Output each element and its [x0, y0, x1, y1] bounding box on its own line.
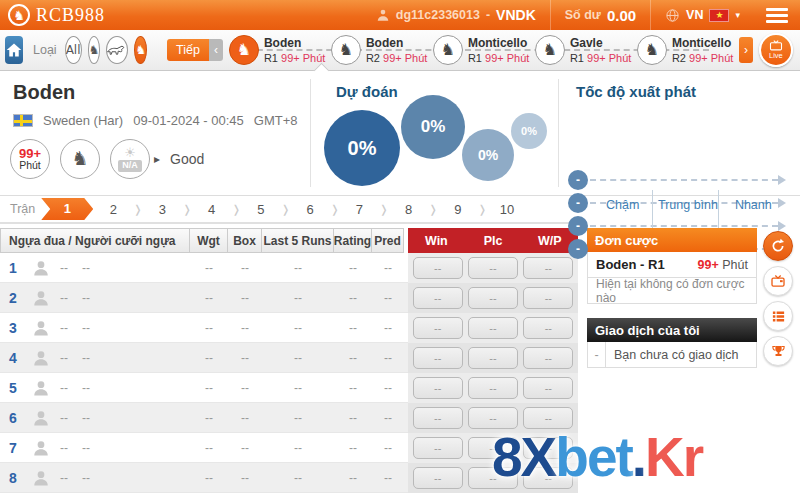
sweden-flag-icon — [13, 114, 33, 127]
win-odds-button[interactable]: -- — [413, 437, 463, 459]
plc-odds-button[interactable]: -- — [468, 347, 518, 369]
tab-race-7[interactable]: 7 — [339, 202, 379, 217]
win-odds-button[interactable]: -- — [413, 257, 463, 279]
win-odds-button[interactable]: -- — [413, 467, 463, 489]
race-countdown: 99+ Phút — [383, 52, 427, 64]
language-selector[interactable]: VN ★ ▾ — [650, 0, 754, 30]
race-nav-item[interactable]: ♞ Monticello R1 99+ Phút — [433, 35, 535, 66]
tab-race-10[interactable]: 10 — [487, 202, 527, 217]
transactions-empty-row: - Bạn chưa có giao dịch — [587, 342, 757, 368]
account-info[interactable]: dg11c2336013 - VNDK — [362, 0, 550, 30]
greyhound-icon — [107, 44, 127, 57]
sun-icon: ☀ — [124, 146, 136, 159]
table-header: Ngựa đua / Người cưỡi ngựa Wgt Box Last … — [0, 228, 578, 253]
tab-race-3[interactable]: 3 — [142, 202, 182, 217]
win-odds-button[interactable]: -- — [413, 317, 463, 339]
vietnam-flag-icon: ★ — [709, 9, 729, 22]
horse-name: -- — [60, 351, 68, 365]
race-nav-item[interactable]: ♞ Boden R2 99+ Phút — [331, 35, 433, 66]
race-number: R1 — [468, 52, 482, 64]
table-row: 5 -- -- -- -- -- -- -- -- -- -- — [0, 373, 578, 403]
rating-value: -- — [334, 471, 372, 485]
home-button[interactable] — [5, 36, 23, 64]
col-header-rating: Rating — [334, 228, 372, 253]
runner-number: 8 — [0, 470, 26, 486]
tab-race-1[interactable]: 1 — [41, 198, 93, 220]
weight-value: -- — [190, 411, 228, 425]
weather-badge: ☀ N/A — [110, 139, 150, 179]
scroll-left-button[interactable]: ‹ — [209, 39, 223, 61]
filter-all-button[interactable]: All — [65, 36, 82, 64]
results-list-button[interactable] — [763, 301, 793, 331]
runner-number: 5 — [0, 380, 26, 396]
jockey-avatar — [26, 319, 56, 337]
tab-race-4[interactable]: 4 — [192, 202, 232, 217]
balance-section: Số dư 0.00 — [550, 0, 650, 30]
horse-emblem-icon: ♞ — [8, 4, 30, 26]
win-odds-button[interactable]: -- — [413, 377, 463, 399]
wp-odds-button[interactable]: -- — [523, 287, 573, 309]
rating-value: -- — [334, 321, 372, 335]
tab-race-2[interactable]: 2 — [93, 202, 133, 217]
plc-odds-button[interactable]: -- — [468, 317, 518, 339]
jockey-name: -- — [82, 261, 90, 275]
wp-odds-button[interactable]: -- — [523, 347, 573, 369]
harness-racing-icon: ♞ — [535, 35, 565, 65]
filter-harness-button[interactable]: ♞ — [134, 36, 147, 64]
race-nav-item[interactable]: ♞ Monticello R2 99+ Phút — [637, 35, 739, 66]
scroll-right-button[interactable]: › — [739, 37, 753, 63]
leaderboard-button[interactable] — [763, 336, 793, 366]
person-icon — [32, 349, 50, 367]
jockey-avatar — [26, 469, 56, 487]
race-country: Sweden (Har) — [43, 113, 123, 128]
jockey-avatar — [26, 349, 56, 367]
wp-odds-button[interactable]: -- — [523, 377, 573, 399]
col-header-horse-jockey: Ngựa đua / Người cưỡi ngựa — [0, 228, 190, 253]
wp-odds-button[interactable]: -- — [523, 257, 573, 279]
win-odds-button[interactable]: -- — [413, 347, 463, 369]
harness-type-badge: ♞ — [60, 139, 100, 179]
top-bar: ♞ RCB988 dg11c2336013 - VNDK Số dư 0.00 … — [0, 0, 800, 30]
live-button[interactable]: Live — [759, 33, 793, 67]
filter-greyhound-button[interactable] — [106, 36, 128, 64]
track-condition: Good — [170, 151, 204, 167]
pred-value: -- — [372, 291, 404, 305]
race-countdown: 99+ Phút — [281, 52, 325, 64]
tab-race-5[interactable]: 5 — [241, 202, 281, 217]
bet-cells: -- -- -- — [408, 283, 578, 313]
tabs-label: Trận — [10, 202, 35, 216]
harness-racing-icon: ♞ — [135, 43, 146, 57]
col-header-last5: Last 5 Runs — [262, 228, 334, 253]
race-header-section: Boden Sweden (Har) 09-01-2024 - 00:45 GM… — [0, 71, 800, 196]
runner-number: 4 — [0, 350, 26, 366]
person-icon — [32, 379, 50, 397]
tab-race-6[interactable]: 6 — [290, 202, 330, 217]
wp-odds-button[interactable]: -- — [523, 317, 573, 339]
horse-name: -- — [60, 321, 68, 335]
race-nav-item[interactable]: ♞ Gavle R1 99+ Phút — [535, 35, 637, 66]
horse-name: -- — [60, 261, 68, 275]
race-nav-item[interactable]: ♞ Boden R1 99+ Phút — [229, 35, 331, 66]
race-name: Gavle — [570, 36, 603, 50]
prediction-bubble: 0% — [511, 113, 547, 149]
menu-icon[interactable] — [766, 8, 788, 23]
live-stream-button[interactable] — [763, 266, 793, 296]
race-number: R1 — [570, 52, 584, 64]
table-row: 1 -- -- -- -- -- -- -- -- -- -- — [0, 253, 578, 283]
plc-odds-button[interactable]: -- — [468, 257, 518, 279]
pred-value: -- — [372, 471, 404, 485]
tab-race-8[interactable]: 8 — [389, 202, 429, 217]
win-odds-button[interactable]: -- — [413, 287, 463, 309]
tab-race-9[interactable]: 9 — [438, 202, 478, 217]
speed-label-slow: Chậm — [590, 198, 655, 222]
next-races-button[interactable]: Tiếp — [167, 39, 209, 61]
plc-odds-button[interactable]: -- — [468, 287, 518, 309]
filter-horse-racing-button[interactable]: ♞ — [88, 36, 101, 64]
race-nav-bar: Loại All ♞ ♞ Tiếp ‹ ♞ Boden R1 99+ Phút … — [0, 30, 800, 71]
jockey-name: -- — [82, 351, 90, 365]
bet-slip-race-row[interactable]: Boden - R1 99+ Phút — [587, 252, 757, 278]
plc-odds-button[interactable]: -- — [468, 377, 518, 399]
win-odds-button[interactable]: -- — [413, 407, 463, 429]
brand-logo[interactable]: ♞ RCB988 — [0, 4, 105, 26]
refresh-button[interactable] — [763, 231, 793, 261]
